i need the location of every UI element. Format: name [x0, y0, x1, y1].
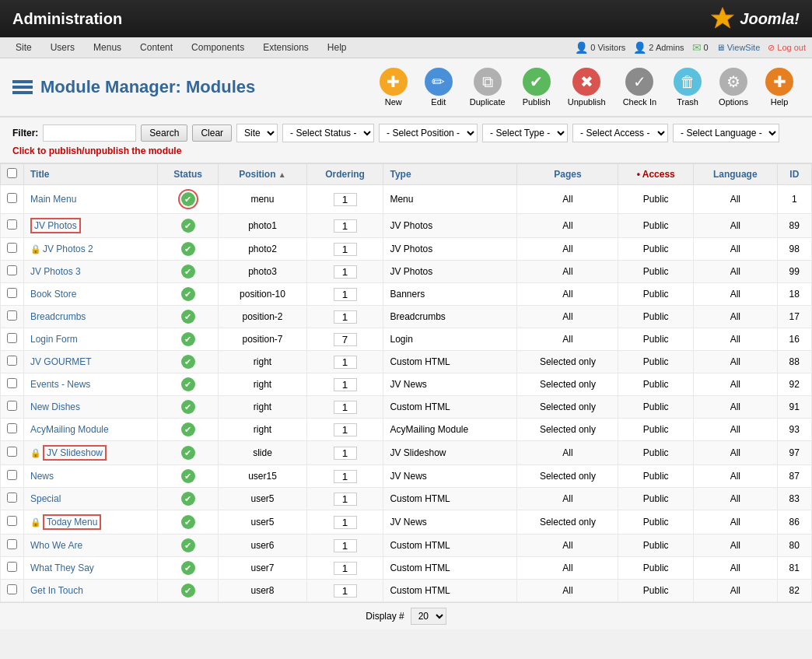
title-link[interactable]: Book Store — [30, 289, 76, 300]
title-link[interactable]: JV Photos 2 — [43, 244, 93, 254]
type-select[interactable]: - Select Type - — [482, 124, 568, 142]
ordering-input[interactable] — [334, 219, 357, 233]
col-title[interactable]: Title — [24, 164, 158, 185]
ordering-input[interactable] — [334, 243, 357, 256]
status-icon[interactable]: ✔ — [181, 332, 195, 346]
ordering-input[interactable] — [334, 310, 357, 324]
status-icon[interactable]: ✔ — [181, 355, 195, 369]
help-button[interactable]: ✚ Help — [759, 65, 800, 110]
edit-button[interactable]: ✏ Edit — [418, 65, 459, 110]
ordering-input[interactable] — [334, 584, 357, 598]
title-link[interactable]: Login Form — [30, 334, 78, 345]
search-button[interactable]: Search — [141, 124, 187, 142]
duplicate-button[interactable]: ⧉ Duplicate — [464, 65, 512, 110]
title-link[interactable]: JV Photos 3 — [30, 266, 81, 277]
status-icon[interactable]: ✔ — [181, 422, 195, 436]
ordering-input[interactable] — [334, 492, 357, 506]
ordering-input[interactable] — [334, 356, 357, 369]
display-select[interactable]: 20 — [411, 608, 446, 625]
nav-help[interactable]: Help — [318, 37, 356, 58]
nav-content[interactable]: Content — [131, 37, 182, 58]
options-button[interactable]: ⚙ Options — [712, 65, 754, 110]
col-id[interactable]: ID — [777, 164, 811, 185]
row-checkbox[interactable] — [7, 539, 17, 549]
title-link[interactable]: Main Menu — [30, 194, 76, 205]
ordering-input[interactable] — [334, 333, 357, 346]
ordering-input[interactable] — [334, 378, 357, 391]
status-highlighted[interactable]: ✔ — [178, 189, 198, 209]
col-type[interactable]: Type — [383, 164, 517, 185]
checkin-button[interactable]: ✓ Check In — [617, 65, 663, 110]
status-icon[interactable]: ✔ — [181, 400, 195, 414]
row-checkbox[interactable] — [7, 193, 17, 203]
language-select[interactable]: - Select Language - — [673, 124, 779, 142]
title-link[interactable]: Today Menu — [47, 517, 97, 528]
unpublish-button[interactable]: ✖ Unpublish — [562, 65, 612, 110]
col-language[interactable]: Language — [694, 164, 778, 185]
col-position[interactable]: Position ▲ — [219, 164, 306, 185]
trash-button[interactable]: 🗑 Trash — [667, 65, 708, 110]
row-checkbox[interactable] — [7, 516, 17, 526]
row-checkbox[interactable] — [7, 492, 17, 503]
row-checkbox[interactable] — [7, 219, 17, 230]
ordering-input[interactable] — [334, 193, 357, 206]
row-checkbox[interactable] — [7, 310, 17, 321]
col-access[interactable]: • Access — [618, 164, 694, 185]
col-ordering[interactable]: Ordering — [306, 164, 383, 185]
status-icon[interactable]: ✔ — [181, 287, 195, 301]
col-pages[interactable]: Pages — [517, 164, 618, 185]
title-link[interactable]: Breadcrumbs — [30, 311, 86, 322]
status-icon[interactable]: ✔ — [181, 492, 195, 506]
ordering-input[interactable] — [334, 288, 357, 301]
ordering-input[interactable] — [334, 516, 357, 529]
status-icon[interactable]: ✔ — [181, 377, 195, 391]
title-link[interactable]: New Dishes — [30, 401, 80, 412]
title-link[interactable]: AcyMailing Module — [30, 424, 109, 435]
clear-button[interactable]: Clear — [192, 124, 232, 142]
ordering-input[interactable] — [334, 539, 357, 552]
row-checkbox[interactable] — [7, 378, 17, 388]
status-icon[interactable]: ✔ — [181, 515, 195, 529]
nav-users[interactable]: Users — [41, 37, 84, 58]
title-link[interactable]: Who We Are — [30, 540, 82, 551]
logout-link[interactable]: ⊘ Log out — [768, 43, 806, 53]
title-link[interactable]: Events - News — [30, 379, 90, 390]
row-checkbox[interactable] — [7, 470, 17, 480]
row-checkbox[interactable] — [7, 356, 17, 366]
nav-menus[interactable]: Menus — [84, 37, 131, 58]
ordering-input[interactable] — [334, 470, 357, 483]
nav-components[interactable]: Components — [182, 37, 254, 58]
status-icon[interactable]: ✔ — [181, 242, 195, 256]
status-icon[interactable]: ✔ — [181, 446, 195, 460]
site-select[interactable]: Site — [236, 124, 278, 142]
nav-site[interactable]: Site — [6, 37, 41, 58]
title-link[interactable]: Special — [30, 493, 61, 504]
ordering-input[interactable] — [334, 423, 357, 436]
nav-extensions[interactable]: Extensions — [254, 37, 318, 58]
row-checkbox[interactable] — [7, 333, 17, 343]
col-status[interactable]: Status — [157, 164, 218, 185]
ordering-input[interactable] — [334, 401, 357, 414]
filter-input[interactable] — [43, 124, 136, 142]
title-link[interactable]: Get In Touch — [30, 585, 83, 596]
row-checkbox[interactable] — [7, 265, 17, 275]
title-link[interactable]: JV Photos — [34, 220, 77, 231]
status-icon[interactable]: ✔ — [181, 469, 195, 483]
title-link[interactable]: News — [30, 471, 54, 482]
title-link[interactable]: JV GOURMET — [30, 356, 92, 367]
col-checkbox[interactable] — [1, 164, 24, 185]
row-checkbox[interactable] — [7, 423, 17, 433]
new-button[interactable]: ✚ New — [373, 65, 414, 110]
status-icon[interactable]: ✔ — [181, 538, 195, 552]
status-icon[interactable]: ✔ — [181, 265, 195, 279]
row-checkbox[interactable] — [7, 288, 17, 298]
row-checkbox[interactable] — [7, 243, 17, 253]
status-icon[interactable]: ✔ — [181, 584, 195, 598]
title-link[interactable]: JV Slideshow — [47, 447, 103, 458]
ordering-input[interactable] — [334, 562, 357, 575]
ordering-input[interactable] — [334, 265, 357, 279]
select-all-checkbox[interactable] — [7, 168, 17, 178]
status-select[interactable]: - Select Status - — [282, 124, 374, 142]
position-select[interactable]: - Select Position - — [379, 124, 478, 142]
row-checkbox[interactable] — [7, 447, 17, 457]
